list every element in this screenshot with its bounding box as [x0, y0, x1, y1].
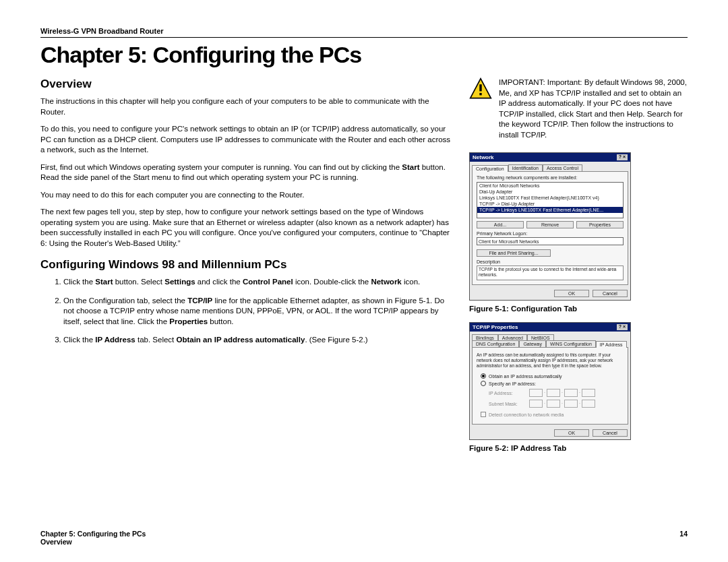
fig1-desc-text: TCP/IP is the protocol you use to connec…: [477, 266, 624, 280]
config98-heading: Configuring Windows 98 and Millennium PC…: [40, 258, 452, 272]
fig2-advisory: An IP address can be automatically assig…: [477, 351, 624, 371]
fig1-titlebar: Network ? ×: [470, 153, 630, 162]
figure-5-2: TCP/IP Properties ? × Bindings Advanced …: [469, 322, 631, 440]
main-column: Overview The instructions in this chapte…: [40, 77, 452, 462]
overview-heading: Overview: [40, 77, 452, 91]
page-number: 14: [679, 530, 688, 546]
fig1-network-list: Client for Microsoft Networks Dial-Up Ad…: [477, 182, 624, 218]
s1a: Click the: [63, 278, 95, 286]
mask-label: Subnet Mask:: [489, 402, 524, 406]
s1c: button. Select: [113, 278, 165, 286]
step-1: Click the Start button. Select Settings …: [63, 277, 452, 288]
fig1-tab-config: Configuration: [472, 165, 508, 172]
radio-specify-label: Specify an IP address:: [489, 381, 536, 386]
fig2-panel: An IP address can be automatically assig…: [472, 347, 628, 425]
overview-p1: The instructions in this chapter will he…: [40, 96, 452, 117]
s3b2: Obtain an IP address automatically: [176, 336, 305, 344]
overview-p3-bold: Start: [402, 163, 419, 171]
step-3: Click the IP Address tab. Select Obtain …: [63, 335, 452, 346]
subnet-mask-row: Subnet Mask: ...: [489, 400, 624, 408]
fig1-tab-access: Access Control: [543, 164, 582, 171]
page-footer: Chapter 5: Configuring the PCs Overview …: [40, 530, 688, 546]
overview-p5: The next few pages tell you, step by ste…: [40, 207, 452, 249]
fig1-footer: OK Cancel: [470, 287, 630, 300]
s3d: . (See Figure 5-2.): [305, 336, 367, 344]
list-item: Client for Microsoft Networks: [477, 183, 623, 189]
fig1-tabs: Configuration Identification Access Cont…: [470, 162, 630, 171]
s1b3: Control Panel: [243, 278, 293, 286]
fig2-titlebar: TCP/IP Properties ? ×: [470, 323, 630, 332]
fig1-listlabel: The following network components are ins…: [477, 175, 624, 180]
important-callout: IMPORTANT: Important: By default Windows…: [469, 77, 688, 140]
ok-button: OK: [554, 290, 589, 297]
s3a: Click the: [63, 336, 95, 344]
chapter-title: Chapter 5: Configuring the PCs: [40, 42, 688, 68]
overview-p2: To do this, you need to configure your P…: [40, 124, 452, 156]
file-print-sharing-button: File and Print Sharing...: [477, 249, 551, 257]
s2b2: Properties: [169, 317, 208, 325]
radio-specify: Specify an IP address:: [481, 381, 624, 386]
close-icon: ? ×: [617, 324, 628, 330]
properties-button: Properties: [576, 221, 624, 228]
cancel-button: Cancel: [593, 429, 628, 437]
warning-icon: [469, 77, 492, 100]
fig1-desc-label: Description: [477, 259, 624, 264]
important-body: Important: By default Windows 98, 2000, …: [499, 78, 687, 139]
fig2-tabs-top: Bindings Advanced NetBIOS: [470, 332, 630, 341]
steps-list: Click the Start button. Select Settings …: [40, 277, 452, 346]
radio-dot-icon: [481, 381, 486, 386]
mask-input: ...: [529, 400, 595, 408]
footer-left: Chapter 5: Configuring the PCs Overview: [40, 530, 146, 546]
fig2-tab-gateway: Gateway: [519, 340, 546, 347]
radio-obtain-auto: Obtain an IP address automatically: [481, 373, 624, 379]
list-item: TCP/IP -> Dial-Up Adapter: [477, 201, 623, 207]
add-button: Add...: [477, 221, 524, 228]
side-column: IMPORTANT: Important: By default Windows…: [469, 77, 688, 462]
s1b2: Settings: [164, 278, 195, 286]
overview-p3a: First, find out which Windows operating …: [40, 163, 402, 171]
s2d: button.: [208, 317, 233, 325]
fig1-logon-label: Primary Network Logon:: [477, 231, 624, 236]
list-item: Linksys LNE100TX Fast Ethernet Adapter(L…: [477, 195, 623, 201]
footer-line2: Overview: [40, 538, 146, 546]
s3c: tab. Select: [135, 336, 177, 344]
figure-5-1: Network ? × Configuration Identification…: [469, 152, 631, 301]
svg-rect-1: [479, 84, 481, 91]
fig2-caption: Figure 5-2: IP Address Tab: [469, 444, 688, 452]
s3b1: IP Address: [95, 336, 135, 344]
radio-dot-selected-icon: [481, 373, 486, 379]
list-item: Dial-Up Adapter: [477, 189, 623, 195]
footer-line1: Chapter 5: Configuring the PCs: [40, 530, 146, 538]
important-text: IMPORTANT: Important: By default Windows…: [499, 77, 688, 140]
radio-auto-label: Obtain an IP address automatically: [489, 374, 562, 379]
fig2-tab-ipaddress: IP Address: [596, 341, 627, 348]
list-item-selected: TCP/IP -> Linksys LNE100TX Fast Ethernet…: [477, 207, 623, 213]
overview-p3: First, find out which Windows operating …: [40, 162, 452, 183]
fig1-tab-ident: Identification: [508, 164, 543, 171]
fig1-btn-row: Add... Remove Properties: [477, 221, 624, 228]
overview-p4: You may need to do this for each compute…: [40, 190, 452, 201]
fig2-tabs-bot: DNS Configuration Gateway WINS Configura…: [470, 340, 630, 347]
fig2-footer: OK Cancel: [470, 427, 630, 439]
checkbox-icon: [481, 412, 486, 417]
s1d: and click the: [195, 278, 243, 286]
fig1-caption: Figure 5-1: Configuration Tab: [469, 305, 688, 313]
ip-input: ...: [529, 389, 595, 397]
s2b1: TCP/IP: [187, 296, 212, 305]
important-label: IMPORTANT:: [499, 78, 545, 86]
s1e: icon. Double-click the: [293, 278, 371, 286]
close-icon: ? ×: [617, 154, 628, 160]
fig1-panel: The following network components are ins…: [472, 171, 628, 285]
ip-label: IP Address:: [489, 391, 524, 396]
s1b1: Start: [95, 278, 113, 286]
remove-button: Remove: [526, 221, 574, 228]
step-2: On the Configuration tab, select the TCP…: [63, 296, 452, 327]
cancel-button: Cancel: [593, 290, 628, 297]
svg-rect-2: [479, 93, 481, 95]
ip-address-row: IP Address: ...: [489, 389, 624, 397]
fig1-title: Network: [473, 154, 494, 160]
detect-checkbox-row: Detect connection to network media: [481, 412, 624, 417]
s2a: On the Configuration tab, select the: [63, 296, 187, 305]
ok-button: OK: [554, 429, 589, 437]
detect-label: Detect connection to network media: [489, 412, 564, 417]
